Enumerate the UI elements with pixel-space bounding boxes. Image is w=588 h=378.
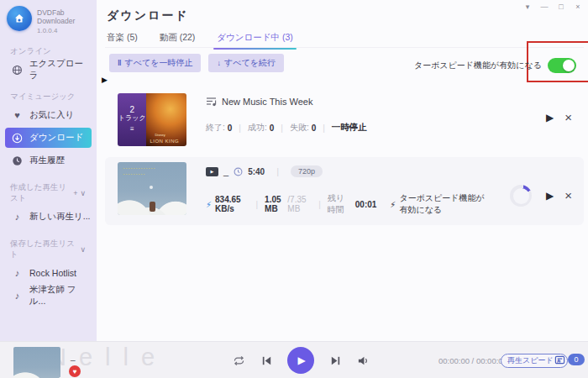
section-label: マイミュージック xyxy=(10,92,76,102)
sidebar-item-label: ダウンロード xyxy=(29,132,83,144)
chevron-down-icon[interactable]: ∨ xyxy=(80,189,88,197)
sidebar-section-created-playlists: 作成した再生リスト +∨ xyxy=(0,182,97,204)
previous-track-icon[interactable] xyxy=(260,354,273,367)
playback-time: 00:00:00 / 00:00:00 xyxy=(438,356,507,365)
divider: | xyxy=(256,200,259,209)
download-toolbar: ‖ すべてを一時停止 ↓ すべてを続行 xyxy=(109,54,284,72)
sidebar-item-label: お気に入り xyxy=(29,109,74,121)
section-label: 作成した再生リスト xyxy=(10,182,73,204)
close-button[interactable]: × xyxy=(573,3,583,11)
divider: | xyxy=(276,166,279,176)
resume-all-button[interactable]: ↓ すべてを続行 xyxy=(208,54,283,72)
download-arrow-icon: ↓ xyxy=(217,59,221,67)
resume-item-icon[interactable]: ▶ xyxy=(546,190,554,202)
video-icon: ▶ xyxy=(206,167,218,176)
duration-clock-icon xyxy=(234,167,243,176)
pause-all-label: すべてを一時停止 xyxy=(124,57,192,69)
divider: | xyxy=(281,123,283,133)
download-icon xyxy=(12,133,23,144)
art-title: LION KING xyxy=(150,139,179,144)
remove-item-icon[interactable]: × xyxy=(564,113,572,123)
resume-all-label: すべてを続行 xyxy=(224,57,276,69)
turbo-toggle-switch[interactable] xyxy=(548,58,576,73)
sidebar-section-saved-playlists: 保存した再生リスト ∨ xyxy=(0,239,97,260)
stat-failed: 失敗:0 xyxy=(290,122,316,134)
thumbnail-figure xyxy=(150,202,155,212)
sidebar-item-history[interactable]: 再生履歴 xyxy=(5,150,92,171)
remaining-label: 残り時間 xyxy=(328,192,352,216)
section-label: 保存した再生リスト xyxy=(10,239,80,260)
turbo-toggle-row: ターボスピード機能が有効になる xyxy=(414,58,576,73)
minimize-button[interactable]: — xyxy=(539,3,549,11)
favorite-icon[interactable]: ♥ xyxy=(69,365,81,377)
divider: | xyxy=(239,123,241,133)
stat-finished: 終了:0 xyxy=(206,122,232,134)
divider: | xyxy=(318,200,321,209)
music-note-icon: ♪ xyxy=(12,291,23,302)
clock-icon xyxy=(12,155,23,166)
sidebar-item-label: 再生履歴 xyxy=(29,155,65,166)
app-logo-row: DVDFab Downloader 1.0.0.4 xyxy=(0,0,97,34)
main-content: ▾ — □ × ダウンロード 音楽 (5) 動画 (22) ダウンロード中 (3… xyxy=(97,0,588,341)
playlist-bars-icon: ≡ xyxy=(130,125,134,134)
watermark-text: Nelle xyxy=(49,344,167,371)
menu-icon[interactable]: ▾ xyxy=(522,3,533,11)
track-count: 2 xyxy=(129,106,134,114)
thumbnail-clouds xyxy=(13,372,60,378)
app-title-block: DVDFab Downloader 1.0.0.4 xyxy=(37,8,92,34)
now-playing-title: _ xyxy=(71,352,76,361)
app-name: DVDFab Downloader xyxy=(37,8,92,25)
heart-icon: ♥ xyxy=(12,110,23,121)
music-note-icon: ♪ xyxy=(12,212,23,223)
chevron-down-icon[interactable]: ∨ xyxy=(80,245,88,254)
item-actions: ▶ × xyxy=(546,112,572,123)
pause-all-button[interactable]: ‖ すべてを一時停止 xyxy=(109,54,201,72)
download-item-playlist[interactable]: 2 トラック ≡ Disney LION KING New Music This… xyxy=(105,88,584,150)
progress-ring xyxy=(510,185,532,207)
video-title: _ xyxy=(223,166,228,176)
app-version: 1.0.0.4 xyxy=(37,27,92,34)
pause-icon: ‖ xyxy=(118,59,121,67)
play-queue-button[interactable]: 0 xyxy=(554,354,585,365)
playlist-icon xyxy=(206,97,217,107)
sidebar-item-new-playlist[interactable]: ♪ 新しい再生リ... xyxy=(5,207,92,227)
sidebar-item-label: Rock Hotlist xyxy=(29,268,76,278)
volume-icon[interactable] xyxy=(356,354,370,367)
now-playing-thumbnail[interactable] xyxy=(13,347,60,378)
sidebar-item-explorer[interactable]: エクスプローラ xyxy=(5,60,92,80)
playlist-title: New Music This Week xyxy=(222,97,312,107)
download-item-video[interactable]: ･･････････････････････ ▶ _ 5:40 | 720p xyxy=(105,157,584,225)
tabs-divider xyxy=(105,47,584,48)
next-track-icon[interactable] xyxy=(328,354,342,367)
remaining-time: 00:01 xyxy=(355,200,377,209)
resume-item-icon[interactable]: ▶ xyxy=(546,112,554,123)
sidebar-item-download[interactable]: ダウンロード xyxy=(5,128,92,148)
app-window: DVDFab Downloader 1.0.0.4 オンライン エクスプローラ … xyxy=(0,0,588,378)
repeat-icon[interactable] xyxy=(232,354,245,367)
music-note-icon: ♪ xyxy=(12,268,23,279)
thumbnail-track-count-panel: 2 トラック ≡ xyxy=(118,93,146,146)
sidebar-item-label: 米津玄師 フル... xyxy=(29,284,92,307)
item-actions: ▶ × xyxy=(510,185,572,207)
turbo-toggle-label: ターボスピード機能が有効になる xyxy=(414,60,542,71)
play-button[interactable]: ▶ xyxy=(287,347,314,374)
sidebar: DVDFab Downloader 1.0.0.4 オンライン エクスプローラ … xyxy=(0,0,97,341)
sidebar-item-label: エクスプローラ xyxy=(29,58,92,81)
queue-count-badge: 0 xyxy=(568,354,585,365)
turbo-active-note: ターボスピード機能が有効になる xyxy=(399,192,491,216)
sidebar-item-label: 新しい再生リ... xyxy=(29,211,91,223)
expand-group-icon[interactable]: ▶ xyxy=(102,76,108,84)
quality-badge: 720p xyxy=(291,165,323,177)
app-logo-icon xyxy=(7,6,32,31)
remove-item-icon[interactable]: × xyxy=(564,191,572,201)
maximize-button[interactable]: □ xyxy=(556,3,566,11)
add-playlist-and-collapse[interactable]: +∨ xyxy=(73,189,88,197)
sidebar-item-kenshi-yonezu[interactable]: ♪ 米津玄師 フル... xyxy=(5,286,92,306)
page-title: ダウンロード xyxy=(107,8,189,24)
sidebar-item-rock-hotlist[interactable]: ♪ Rock Hotlist xyxy=(5,263,92,283)
globe-icon xyxy=(12,65,23,76)
status-paused: 一時停止 xyxy=(332,122,367,134)
sidebar-section-online: オンライン xyxy=(0,46,97,57)
track-count-label: トラック xyxy=(118,114,146,123)
sidebar-item-favorites[interactable]: ♥ お気に入り xyxy=(5,105,92,125)
